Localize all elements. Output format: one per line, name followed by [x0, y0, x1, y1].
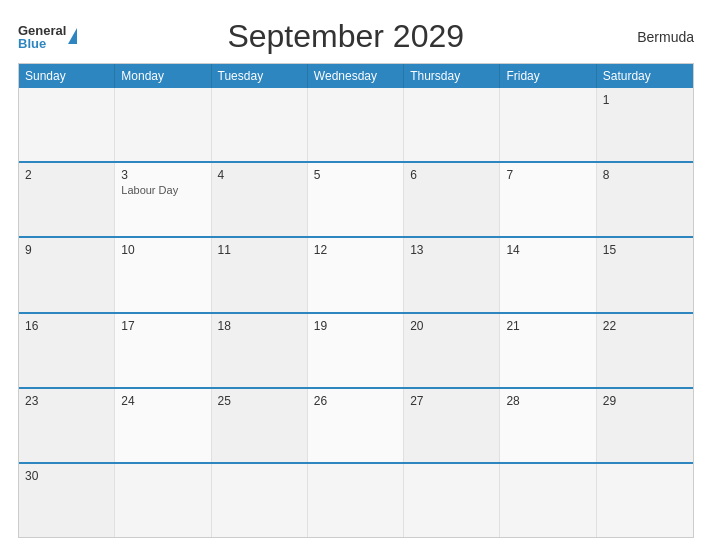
- day-number: 13: [410, 243, 493, 257]
- day-cell: 5: [308, 163, 404, 236]
- day-cell: [115, 88, 211, 161]
- day-cell: 21: [500, 314, 596, 387]
- calendar-page: General Blue September 2029 Bermuda Sund…: [0, 0, 712, 550]
- week-row-3: 9101112131415: [19, 236, 693, 311]
- day-number: 20: [410, 319, 493, 333]
- day-cell: 23: [19, 389, 115, 462]
- day-cell: 11: [212, 238, 308, 311]
- day-cell: 18: [212, 314, 308, 387]
- week-row-5: 23242526272829: [19, 387, 693, 462]
- day-number: 4: [218, 168, 301, 182]
- day-cell: 6: [404, 163, 500, 236]
- logo-triangle-icon: [68, 28, 77, 44]
- day-number: 1: [603, 93, 687, 107]
- day-number: 12: [314, 243, 397, 257]
- day-number: 24: [121, 394, 204, 408]
- day-cell: [19, 88, 115, 161]
- day-cell: 27: [404, 389, 500, 462]
- day-cell: 9: [19, 238, 115, 311]
- weeks-container: 123Labour Day456789101112131415161718192…: [19, 88, 693, 537]
- calendar-grid: SundayMondayTuesdayWednesdayThursdayFrid…: [18, 63, 694, 538]
- day-number: 2: [25, 168, 108, 182]
- day-cell: 1: [597, 88, 693, 161]
- day-cell: 2: [19, 163, 115, 236]
- day-cell: 7: [500, 163, 596, 236]
- day-cell: 28: [500, 389, 596, 462]
- day-number: 26: [314, 394, 397, 408]
- day-cell: 4: [212, 163, 308, 236]
- day-header-saturday: Saturday: [597, 64, 693, 88]
- week-row-4: 16171819202122: [19, 312, 693, 387]
- day-cell: 26: [308, 389, 404, 462]
- day-number: 19: [314, 319, 397, 333]
- day-number: 29: [603, 394, 687, 408]
- day-cell: [115, 464, 211, 537]
- day-number: 28: [506, 394, 589, 408]
- day-number: 7: [506, 168, 589, 182]
- day-cell: [212, 88, 308, 161]
- day-header-wednesday: Wednesday: [308, 64, 404, 88]
- day-cell: [500, 464, 596, 537]
- day-number: 17: [121, 319, 204, 333]
- day-cell: [597, 464, 693, 537]
- day-header-friday: Friday: [500, 64, 596, 88]
- day-cell: 25: [212, 389, 308, 462]
- week-row-2: 23Labour Day45678: [19, 161, 693, 236]
- day-cell: [212, 464, 308, 537]
- day-number: 22: [603, 319, 687, 333]
- day-cell: 17: [115, 314, 211, 387]
- day-cell: [404, 88, 500, 161]
- day-cell: 8: [597, 163, 693, 236]
- day-cell: 30: [19, 464, 115, 537]
- day-cell: [404, 464, 500, 537]
- day-number: 6: [410, 168, 493, 182]
- day-header-tuesday: Tuesday: [212, 64, 308, 88]
- day-cell: 3Labour Day: [115, 163, 211, 236]
- day-header-sunday: Sunday: [19, 64, 115, 88]
- day-number: 16: [25, 319, 108, 333]
- day-number: 25: [218, 394, 301, 408]
- logo-blue-text: Blue: [18, 37, 66, 50]
- logo-general-text: General: [18, 24, 66, 37]
- logo-text: General Blue: [18, 24, 66, 50]
- day-number: 8: [603, 168, 687, 182]
- day-number: 21: [506, 319, 589, 333]
- day-number: 9: [25, 243, 108, 257]
- day-header-thursday: Thursday: [404, 64, 500, 88]
- day-cell: 16: [19, 314, 115, 387]
- day-number: 18: [218, 319, 301, 333]
- day-cell: 22: [597, 314, 693, 387]
- day-cell: 19: [308, 314, 404, 387]
- region-label: Bermuda: [614, 29, 694, 45]
- day-header-monday: Monday: [115, 64, 211, 88]
- day-cell: [500, 88, 596, 161]
- day-cell: 10: [115, 238, 211, 311]
- day-cell: [308, 464, 404, 537]
- day-cell: 29: [597, 389, 693, 462]
- day-cell: 12: [308, 238, 404, 311]
- calendar-title: September 2029: [77, 18, 614, 55]
- day-number: 3: [121, 168, 204, 182]
- day-cell: 24: [115, 389, 211, 462]
- day-cell: [308, 88, 404, 161]
- day-cell: 15: [597, 238, 693, 311]
- day-number: 11: [218, 243, 301, 257]
- day-number: 27: [410, 394, 493, 408]
- event-label: Labour Day: [121, 184, 204, 196]
- week-row-6: 30: [19, 462, 693, 537]
- day-number: 5: [314, 168, 397, 182]
- day-number: 14: [506, 243, 589, 257]
- day-cell: 20: [404, 314, 500, 387]
- logo: General Blue: [18, 24, 77, 50]
- day-cell: 13: [404, 238, 500, 311]
- day-cell: 14: [500, 238, 596, 311]
- day-number: 30: [25, 469, 108, 483]
- week-row-1: 1: [19, 88, 693, 161]
- day-number: 15: [603, 243, 687, 257]
- day-headers-row: SundayMondayTuesdayWednesdayThursdayFrid…: [19, 64, 693, 88]
- header: General Blue September 2029 Bermuda: [18, 18, 694, 55]
- day-number: 23: [25, 394, 108, 408]
- day-number: 10: [121, 243, 204, 257]
